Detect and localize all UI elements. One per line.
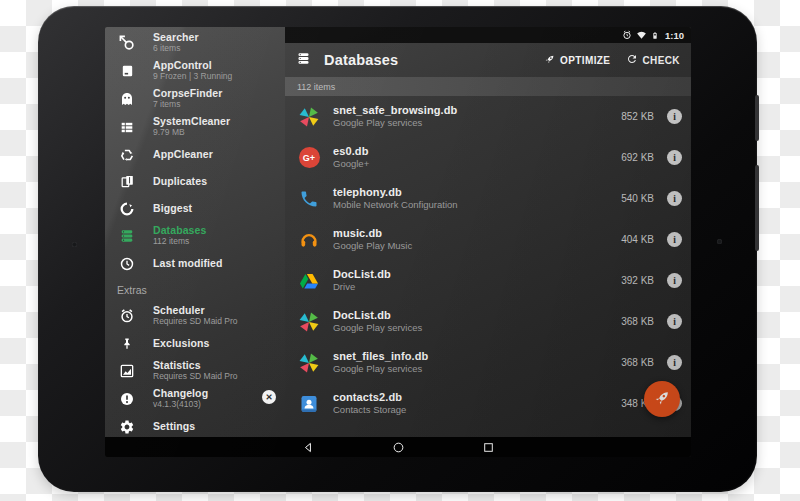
clock-icon [116,254,138,274]
volume-button [755,165,759,251]
sidebar-item-sub: Requires SD Maid Pro [153,372,238,382]
db-app: Drive [333,281,621,292]
info-icon[interactable]: i [667,109,682,124]
check-button[interactable]: CHECK [626,53,680,67]
info-icon[interactable]: i [667,232,682,247]
db-size: 368 KB [621,316,654,327]
list-item[interactable]: telephony.dbMobile Network Configuration… [285,178,691,219]
optimize-button[interactable]: OPTIMIZE [544,53,610,67]
list-item[interactable]: snet_files_info.dbGoogle Play services 3… [285,342,691,383]
tablet-screen: Searcher6 items AppControl9 Frozen | 3 R… [105,27,691,457]
play-services-icon [298,311,320,333]
list-item[interactable]: contacts2.dbContacts Storage 348 KB i [285,383,691,424]
db-size: 692 KB [621,152,654,163]
sidebar-item-label: Settings [153,421,195,433]
db-app: Google Play services [333,322,621,333]
alarm-clock-icon [116,306,138,326]
sidebar-item-corpsefinder[interactable]: CorpseFinder7 items [105,85,285,113]
rocket-icon [653,388,672,411]
sidebar-item-settings[interactable]: Settings [105,413,285,440]
google-plus-icon: G+ [298,147,320,169]
sidebar-item-label: AppCleaner [153,149,213,161]
db-name: music.db [333,227,621,240]
optimize-fab[interactable] [644,381,680,417]
sidebar-item-exclusions[interactable]: Exclusions [105,330,285,357]
sidebar-item-systemcleaner[interactable]: SystemCleaner9.79 MB [105,113,285,141]
stats-icon [116,361,138,381]
phone-icon [298,188,320,210]
sidebar-item-searcher[interactable]: Searcher6 items [105,29,285,57]
db-size: 368 KB [621,357,654,368]
db-name: es0.db [333,145,621,158]
sidebar-item-sub: 112 items [153,237,206,247]
sidebar-item-label: Exclusions [153,338,209,350]
sidebar-item-appcleaner[interactable]: AppCleaner [105,141,285,168]
battery-icon [651,30,659,41]
database-icon [296,51,311,70]
duplicates-icon [116,172,138,192]
pie-arc-icon [116,199,138,219]
db-app: Mobile Network Configuration [333,199,621,210]
sidebar-item-label: Last modified [153,258,223,270]
home-icon[interactable] [392,441,405,454]
sidebar-item-sub: v4.1.3(4103) [153,400,208,410]
list-item[interactable]: DocList.dbGoogle Play services 368 KB i [285,301,691,342]
db-app: Google Play services [333,363,621,374]
android-nav-bar [105,437,691,457]
list-item[interactable]: music.dbGoogle Play Music 404 KB i [285,219,691,260]
front-camera-dot [717,239,722,244]
db-size: 540 KB [621,193,654,204]
db-name: telephony.db [333,186,621,199]
info-icon[interactable]: i [667,355,682,370]
database-icon [116,226,138,246]
power-button [755,95,759,141]
sidebar-item-sub: 6 items [153,44,199,54]
status-time: 1:10 [665,30,684,41]
sidebar-item-scheduler[interactable]: SchedulerRequires SD Maid Pro [105,302,285,330]
db-app: Contacts Storage [333,404,621,415]
wifi-icon [636,30,647,40]
sidebar-item-changelog[interactable]: Changelogv4.1.3(4103) ✕ [105,385,285,413]
main-content: 1:10 Databases OPTIMIZE [285,27,691,437]
db-name: DocList.db [333,309,621,322]
db-app: Google+ [333,158,621,169]
check-label: CHECK [642,55,680,66]
toolbar: Databases OPTIMIZE CHECK [285,43,691,77]
list-item[interactable]: G+ es0.dbGoogle+ 692 KB i [285,137,691,178]
info-icon[interactable]: i [667,191,682,206]
sidebar-item-databases[interactable]: Databases112 items [105,222,285,250]
close-icon[interactable]: ✕ [262,390,276,404]
info-icon[interactable]: i [667,273,682,288]
info-icon[interactable]: i [667,314,682,329]
rocket-icon [544,53,556,67]
db-size: 852 KB [621,111,654,122]
front-camera-dot [72,242,77,247]
list-item[interactable]: DocList.dbDrive 392 KB i [285,260,691,301]
recents-icon[interactable] [482,441,495,454]
sidebar-item-label: Biggest [153,203,192,215]
db-name: contacts2.db [333,391,621,404]
info-icon[interactable]: i [667,150,682,165]
db-size: 404 KB [621,234,654,245]
items-count-bar: 112 items [285,77,691,96]
transparent-checker-background: Searcher6 items AppControl9 Frozen | 3 R… [0,0,800,501]
drive-icon [298,270,320,292]
contacts-icon [298,393,320,415]
searcher-icon [116,33,138,53]
db-name: DocList.db [333,268,621,281]
play-services-icon [298,106,320,128]
sidebar-item-biggest[interactable]: Biggest [105,195,285,222]
alarm-icon [622,30,632,40]
sidebar-item-last-modified[interactable]: Last modified [105,250,285,277]
navigation-drawer: Searcher6 items AppControl9 Frozen | 3 R… [105,27,285,437]
list-item[interactable]: snet_safe_browsing.dbGoogle Play service… [285,96,691,137]
sidebar-item-appcontrol[interactable]: AppControl9 Frozen | 3 Running [105,57,285,85]
optimize-label: OPTIMIZE [560,55,610,66]
back-icon[interactable] [302,441,315,454]
ghost-icon [116,89,138,109]
list-icon [116,117,138,137]
sidebar-item-duplicates[interactable]: Duplicates [105,168,285,195]
db-size: 392 KB [621,275,654,286]
sidebar-item-statistics[interactable]: StatisticsRequires SD Maid Pro [105,357,285,385]
gplus-badge: G+ [299,147,320,168]
